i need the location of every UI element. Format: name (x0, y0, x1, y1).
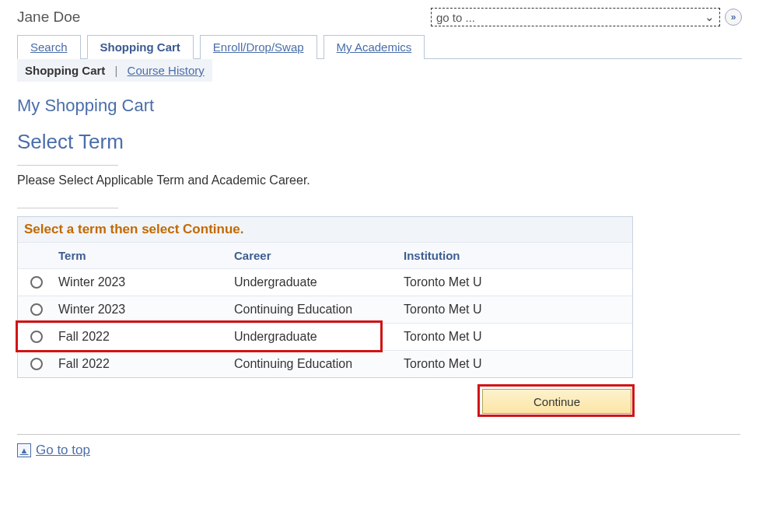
tab-enroll-drop-swap[interactable]: Enroll/Drop/Swap (200, 35, 317, 59)
term-radio[interactable] (30, 303, 43, 316)
divider (17, 208, 118, 208)
go-to-top-link[interactable]: ▲ Go to top (17, 443, 742, 458)
goto-select[interactable]: go to ... ⌄ (431, 8, 720, 26)
cell-career: Continuing Education (231, 351, 400, 377)
term-table-title: Select a term then select Continue. (18, 217, 632, 242)
col-header-term: Term (55, 243, 231, 268)
page-heading: My Shopping Cart (17, 96, 742, 116)
go-button[interactable]: » (725, 9, 742, 26)
cell-career: Undergraduate (231, 324, 400, 350)
divider (17, 434, 740, 435)
go-to-top-label: Go to top (36, 443, 90, 458)
table-row: Winter 2023 Undergraduate Toronto Met U (18, 268, 632, 296)
table-row: Fall 2022 Continuing Education Toronto M… (18, 350, 632, 377)
term-table: Select a term then select Continue. Term… (17, 216, 633, 378)
table-row: Winter 2023 Continuing Education Toronto… (18, 296, 632, 323)
chevron-down-icon: ⌄ (705, 10, 715, 24)
section-heading: Select Term (17, 130, 742, 154)
cell-institution: Toronto Met U (400, 269, 632, 296)
subtab-course-history[interactable]: Course History (128, 64, 205, 77)
go-to-top-icon: ▲ (17, 443, 31, 457)
cell-career: Continuing Education (231, 296, 400, 323)
sub-tabs: Shopping Cart | Course History (17, 59, 212, 82)
cell-term: Winter 2023 (55, 296, 231, 323)
tab-my-academics[interactable]: My Academics (324, 35, 425, 59)
term-radio[interactable] (30, 358, 43, 370)
pipe-separator: | (115, 64, 118, 77)
continue-button[interactable]: Continue (482, 389, 631, 414)
term-radio[interactable] (30, 276, 43, 289)
cell-institution: Toronto Met U (400, 324, 632, 350)
main-tabs: Search Shopping Cart Enroll/Drop/Swap My… (17, 34, 742, 59)
cell-term: Winter 2023 (55, 269, 231, 296)
double-arrow-icon: » (731, 12, 736, 23)
divider (17, 165, 118, 166)
user-name: Jane Doe (17, 9, 80, 26)
col-header-institution: Institution (400, 243, 632, 268)
goto-selected-label: go to ... (436, 11, 475, 24)
cell-institution: Toronto Met U (400, 296, 632, 323)
instruction-text: Please Select Applicable Term and Academ… (17, 173, 742, 187)
cell-institution: Toronto Met U (400, 351, 632, 377)
term-radio[interactable] (30, 331, 43, 343)
tab-shopping-cart[interactable]: Shopping Cart (87, 35, 194, 59)
cell-career: Undergraduate (231, 269, 400, 296)
tab-search[interactable]: Search (17, 35, 81, 59)
cell-term: Fall 2022 (55, 324, 231, 350)
table-row: Fall 2022 Undergraduate Toronto Met U (18, 323, 632, 350)
subtab-shopping-cart[interactable]: Shopping Cart (25, 64, 105, 77)
term-table-header: Term Career Institution (18, 242, 632, 268)
col-header-career: Career (231, 243, 400, 268)
cell-term: Fall 2022 (55, 351, 231, 377)
